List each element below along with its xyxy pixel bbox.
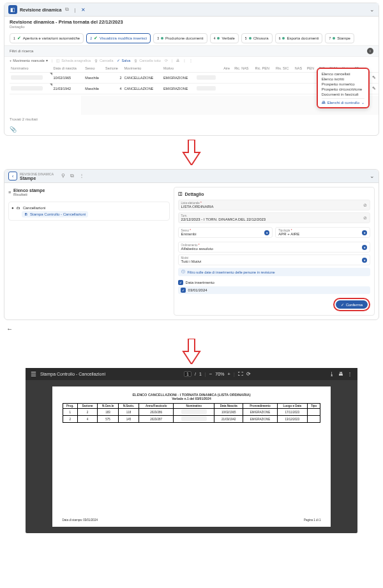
col-header[interactable]: Sezione xyxy=(104,64,123,73)
col-header[interactable]: Aire xyxy=(222,64,233,73)
wizard-step[interactable]: 5Chiusura xyxy=(241,33,273,43)
rotate-icon[interactable]: ⟳ xyxy=(246,371,251,377)
edit-icon[interactable]: ✎ xyxy=(372,75,376,80)
list-icon: ≡ xyxy=(8,190,11,195)
col-header[interactable] xyxy=(195,64,222,73)
wizard-step[interactable]: 7Stampe xyxy=(325,33,354,43)
tree-root[interactable]: ● 🗀 Cancellazioni xyxy=(11,205,167,211)
zoom-in-icon[interactable]: + xyxy=(227,371,230,377)
checkbox-date-value[interactable]: ✓ 03/01/2024 xyxy=(178,286,370,294)
popup-item[interactable]: Elenco cancellati xyxy=(322,71,364,77)
edit-icon[interactable]: ✎ xyxy=(372,86,376,91)
filter-label: Filtri di ricerca xyxy=(10,49,33,53)
fit-icon[interactable]: ⛶ xyxy=(238,371,243,377)
dropdown-icon[interactable]: ▾ xyxy=(362,230,367,235)
field-motivi[interactable]: Motivi Tutti i Motivi ▾ xyxy=(178,254,370,265)
attachment-icon[interactable]: 📎 xyxy=(4,124,379,135)
col-header[interactable]: Sesso xyxy=(84,64,104,73)
pdf-viewer: ☰ Stampa Controllo - Cancellazioni 1 / 1… xyxy=(26,368,357,533)
checkbox-icon[interactable]: ✓ xyxy=(178,280,183,285)
col-header[interactable]: NAS xyxy=(294,64,306,73)
popup-item[interactable]: Documenti in fascicoli xyxy=(322,92,364,97)
popup-item[interactable]: Prospetto circoscrizione xyxy=(322,87,364,92)
app-icon: ◧ xyxy=(8,5,17,14)
pdf-toolbar: ☰ Stampa Controllo - Cancellazioni 1 / 1… xyxy=(26,368,357,380)
filter-bar[interactable]: Filtri di ricerca i xyxy=(4,45,379,57)
refresh-icon[interactable]: ⟳ xyxy=(165,59,168,62)
dropdown-icon[interactable]: ▾ xyxy=(264,230,269,235)
wizard-step[interactable]: 4Verbale xyxy=(210,33,239,43)
col-header[interactable]: Ric. PEN xyxy=(254,64,274,73)
back-arrow[interactable]: ← xyxy=(0,323,383,335)
pdf-table: Prog.SezioneN.Gen.leN.Sezio.Anno/Fascico… xyxy=(63,403,321,423)
pdf-title: Stampa Controllo - Cancellazioni xyxy=(40,372,105,376)
page-title: Revisione dinamica - Prima tornata del 2… xyxy=(10,19,373,25)
dropdown-icon[interactable]: ▾ xyxy=(362,258,367,263)
popup-item[interactable]: Prospetto numerico xyxy=(322,82,364,87)
col-header[interactable]: Motivo xyxy=(162,64,195,73)
right-title: Dettaglio xyxy=(185,192,204,196)
wizard-step[interactable]: 1✔Apertura e variazioni automatiche xyxy=(10,33,84,43)
print-icon: 🖶 xyxy=(322,101,326,105)
chevron-down-icon[interactable]: ⌄ xyxy=(370,6,375,13)
table-toolbar: + Movimento manuale ▾ | ◫ Scheda anagraf… xyxy=(4,57,379,64)
right-title-block: ◫ Dettaglio xyxy=(178,190,370,198)
pdf-footer-left: Data di stampa: 03/01/2024 xyxy=(63,518,98,522)
dropdown-icon[interactable]: ▾ xyxy=(362,245,367,250)
checkbox-icon[interactable]: ✓ xyxy=(181,288,186,293)
page-current[interactable]: 1 xyxy=(184,371,192,377)
back-icon[interactable]: ‹ xyxy=(8,172,17,180)
copy-icon[interactable]: ⧉ xyxy=(69,173,75,179)
toolbar-divider: | xyxy=(234,372,235,376)
zoom-out-icon[interactable]: − xyxy=(209,371,213,377)
disabled-icon: ⊘ xyxy=(363,203,367,208)
info-icon[interactable]: i xyxy=(367,48,373,54)
more-icon[interactable]: ⋮ xyxy=(189,59,193,62)
col-header[interactable]: Movimento xyxy=(123,64,161,73)
col-header[interactable]: Ric. NAS xyxy=(233,64,253,73)
elenchi-controllo-button[interactable]: 🖶 Elenchi di controllo ⌄ xyxy=(322,98,364,105)
collapse-icon[interactable]: ● xyxy=(11,206,14,210)
col-header[interactable]: Nominativo xyxy=(10,64,52,73)
col-header[interactable]: Ris. SIC xyxy=(274,64,294,73)
pin-icon[interactable]: ⚲ xyxy=(60,173,66,179)
field-tornata: Torn. 22/12/2023 - I TORN. DINAMICA DEL … xyxy=(178,212,370,223)
add-movement-button[interactable]: + Movimento manuale ▾ xyxy=(10,59,48,62)
elenchi-popup: Elenco cancellatiElenco iscrittiProspett… xyxy=(317,68,370,108)
col-header[interactable]: PEN xyxy=(306,64,318,73)
left-sub: Risultati xyxy=(13,193,45,196)
tree: ● 🗀 Cancellazioni 🗎 Stampa Controllo - C… xyxy=(8,202,170,221)
col-header[interactable]: Data di nascita xyxy=(52,64,84,73)
wizard-step[interactable]: 3Produzione documenti xyxy=(153,33,207,43)
panel2-header: ‹ REVISIONE DINAMICA Stampe ⚲ ⧉ ⋮ ⌄ xyxy=(4,170,379,183)
left-title-block: ≡ Elenco stampe Risultati xyxy=(8,187,170,198)
wizard-step[interactable]: 6Esporta documenti xyxy=(275,33,323,43)
salva-button[interactable]: ✓ Salva xyxy=(117,59,130,62)
confirm-highlight: ✓ Conferma xyxy=(333,298,370,311)
menu-icon[interactable]: ☰ xyxy=(31,371,36,378)
more-icon[interactable]: ⋮ xyxy=(347,371,352,377)
field-tipologia[interactable]: Tipologia * APR + AIRE ▾ xyxy=(275,227,370,238)
left-title: Elenco stampe xyxy=(13,188,45,193)
toolbar-divider: | xyxy=(205,372,206,376)
popup-item[interactable]: Elenco iscritti xyxy=(322,77,364,82)
field-sesso[interactable]: Sesso * Entrambi ▾ xyxy=(178,227,273,238)
print-icon[interactable]: 🖶 xyxy=(176,59,180,62)
page-sep: / xyxy=(195,372,196,376)
chevron-down-icon[interactable]: ⌄ xyxy=(370,173,375,179)
tree-item-selected[interactable]: 🗎 Stampa Controllo - Cancellazioni xyxy=(22,211,88,217)
wizard-step[interactable]: 2✔Visualizza modifica inserisci xyxy=(86,33,151,43)
page-total: 1 xyxy=(199,372,202,376)
field-ordinamento[interactable]: Ordinamento * Alfabetico assoluto ▾ xyxy=(178,242,370,253)
col-header[interactable] xyxy=(371,64,379,73)
copy-icon[interactable]: ⧉ xyxy=(64,6,70,13)
chevron-down-icon: ⌄ xyxy=(361,100,364,105)
print-icon[interactable]: 🖶 xyxy=(338,371,343,377)
checkbox-data-inserimento[interactable]: ✓ Data inserimento xyxy=(178,279,370,286)
close-tab-icon[interactable]: ✕ xyxy=(79,7,87,13)
flow-arrow xyxy=(182,339,201,364)
more-icon[interactable]: ⋮ xyxy=(78,173,86,179)
confirm-button[interactable]: ✓ Conferma xyxy=(336,300,368,309)
download-icon[interactable]: ⭳ xyxy=(329,371,334,377)
page-title: Stampe xyxy=(20,176,54,180)
